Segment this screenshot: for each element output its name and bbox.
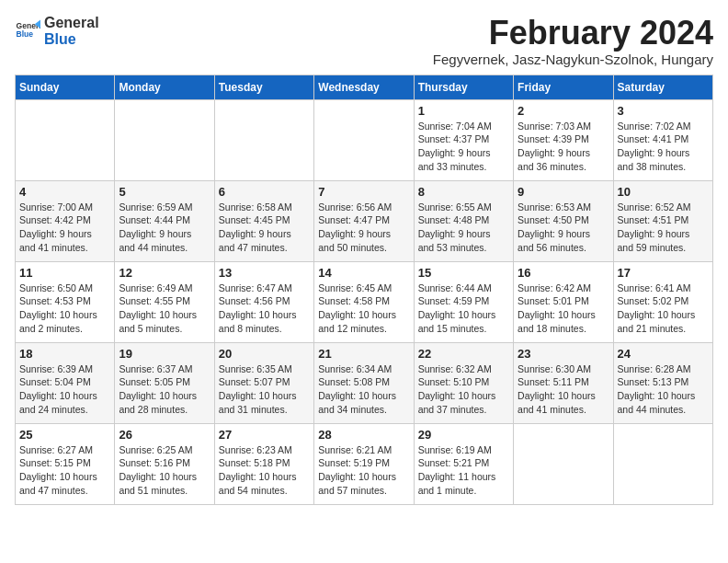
- day-info: Sunrise: 6:35 AM Sunset: 5:07 PM Dayligh…: [219, 362, 310, 417]
- day-number: 9: [518, 185, 609, 199]
- day-number: 22: [418, 347, 509, 361]
- day-info: Sunrise: 6:34 AM Sunset: 5:08 PM Dayligh…: [318, 362, 409, 417]
- weekday-header-wednesday: Wednesday: [314, 75, 414, 99]
- day-number: 1: [418, 104, 509, 118]
- day-info: Sunrise: 6:42 AM Sunset: 5:01 PM Dayligh…: [518, 282, 609, 336]
- week-row-2: 4Sunrise: 7:00 AM Sunset: 4:42 PM Daylig…: [16, 180, 713, 261]
- day-number: 7: [318, 185, 409, 199]
- day-info: Sunrise: 6:39 AM Sunset: 5:04 PM Dayligh…: [19, 362, 110, 417]
- day-info: Sunrise: 6:19 AM Sunset: 5:21 PM Dayligh…: [418, 443, 509, 498]
- day-info: Sunrise: 7:04 AM Sunset: 4:37 PM Dayligh…: [418, 120, 509, 174]
- day-number: 24: [618, 347, 709, 361]
- calendar-cell: 12Sunrise: 6:49 AM Sunset: 4:55 PM Dayli…: [115, 261, 214, 342]
- weekday-header-tuesday: Tuesday: [214, 75, 313, 99]
- day-number: 11: [19, 266, 110, 280]
- calendar-cell: 8Sunrise: 6:55 AM Sunset: 4:48 PM Daylig…: [414, 180, 513, 261]
- weekday-header-monday: Monday: [115, 75, 214, 99]
- day-number: 28: [318, 428, 409, 442]
- day-info: Sunrise: 6:25 AM Sunset: 5:16 PM Dayligh…: [119, 443, 210, 498]
- calendar-cell: [613, 423, 712, 504]
- weekday-header-saturday: Saturday: [613, 75, 712, 99]
- day-number: 19: [119, 347, 210, 361]
- calendar-cell: 27Sunrise: 6:23 AM Sunset: 5:18 PM Dayli…: [214, 423, 313, 504]
- day-number: 6: [219, 185, 310, 199]
- day-number: 21: [318, 347, 409, 361]
- day-info: Sunrise: 6:45 AM Sunset: 4:58 PM Dayligh…: [318, 282, 409, 336]
- calendar-cell: 6Sunrise: 6:58 AM Sunset: 4:45 PM Daylig…: [214, 180, 313, 261]
- day-info: Sunrise: 6:56 AM Sunset: 4:47 PM Dayligh…: [318, 201, 409, 255]
- day-info: Sunrise: 6:27 AM Sunset: 5:15 PM Dayligh…: [19, 443, 110, 498]
- day-info: Sunrise: 6:47 AM Sunset: 4:56 PM Dayligh…: [219, 282, 310, 336]
- calendar-cell: [314, 99, 414, 180]
- header: General Blue General Blue February 2024 …: [15, 15, 713, 67]
- day-info: Sunrise: 6:50 AM Sunset: 4:53 PM Dayligh…: [19, 282, 110, 336]
- day-info: Sunrise: 6:21 AM Sunset: 5:19 PM Dayligh…: [318, 443, 409, 498]
- day-info: Sunrise: 6:53 AM Sunset: 4:50 PM Dayligh…: [518, 201, 609, 255]
- day-number: 14: [318, 266, 409, 280]
- calendar-cell: 22Sunrise: 6:32 AM Sunset: 5:10 PM Dayli…: [414, 342, 513, 423]
- logo-general: General: [44, 15, 99, 31]
- day-info: Sunrise: 6:52 AM Sunset: 4:51 PM Dayligh…: [618, 201, 709, 255]
- svg-text:Blue: Blue: [17, 29, 34, 39]
- day-number: 25: [19, 428, 110, 442]
- weekday-header-thursday: Thursday: [414, 75, 513, 99]
- day-number: 12: [119, 266, 210, 280]
- day-info: Sunrise: 6:55 AM Sunset: 4:48 PM Dayligh…: [418, 201, 509, 255]
- calendar-cell: 11Sunrise: 6:50 AM Sunset: 4:53 PM Dayli…: [16, 261, 115, 342]
- calendar-table: SundayMondayTuesdayWednesdayThursdayFrid…: [15, 75, 713, 505]
- calendar-cell: 17Sunrise: 6:41 AM Sunset: 5:02 PM Dayli…: [613, 261, 712, 342]
- day-number: 13: [219, 266, 310, 280]
- day-number: 16: [518, 266, 609, 280]
- calendar-cell: 15Sunrise: 6:44 AM Sunset: 4:59 PM Dayli…: [414, 261, 513, 342]
- day-number: 5: [119, 185, 210, 199]
- day-info: Sunrise: 6:37 AM Sunset: 5:05 PM Dayligh…: [119, 362, 210, 417]
- calendar-cell: 3Sunrise: 7:02 AM Sunset: 4:41 PM Daylig…: [613, 99, 712, 180]
- day-info: Sunrise: 6:49 AM Sunset: 4:55 PM Dayligh…: [119, 282, 210, 336]
- day-info: Sunrise: 6:30 AM Sunset: 5:11 PM Dayligh…: [518, 362, 609, 417]
- calendar-cell: 16Sunrise: 6:42 AM Sunset: 5:01 PM Dayli…: [514, 261, 613, 342]
- day-number: 20: [219, 347, 310, 361]
- day-number: 2: [518, 104, 609, 118]
- calendar-cell: 25Sunrise: 6:27 AM Sunset: 5:15 PM Dayli…: [16, 423, 115, 504]
- day-info: Sunrise: 7:03 AM Sunset: 4:39 PM Dayligh…: [518, 120, 609, 174]
- day-number: 18: [19, 347, 110, 361]
- day-info: Sunrise: 7:02 AM Sunset: 4:41 PM Dayligh…: [618, 120, 709, 174]
- week-row-3: 11Sunrise: 6:50 AM Sunset: 4:53 PM Dayli…: [16, 261, 713, 342]
- calendar-cell: [514, 423, 613, 504]
- calendar-cell: 4Sunrise: 7:00 AM Sunset: 4:42 PM Daylig…: [16, 180, 115, 261]
- calendar-cell: 26Sunrise: 6:25 AM Sunset: 5:16 PM Dayli…: [115, 423, 214, 504]
- weekday-header-row: SundayMondayTuesdayWednesdayThursdayFrid…: [16, 75, 713, 99]
- day-info: Sunrise: 6:23 AM Sunset: 5:18 PM Dayligh…: [219, 443, 310, 498]
- calendar-cell: 20Sunrise: 6:35 AM Sunset: 5:07 PM Dayli…: [214, 342, 313, 423]
- logo: General Blue General Blue: [15, 15, 99, 48]
- calendar-cell: 24Sunrise: 6:28 AM Sunset: 5:13 PM Dayli…: [613, 342, 712, 423]
- calendar-cell: 10Sunrise: 6:52 AM Sunset: 4:51 PM Dayli…: [613, 180, 712, 261]
- day-number: 23: [518, 347, 609, 361]
- calendar-subtitle: Fegyvernek, Jasz-Nagykun-Szolnok, Hungar…: [433, 52, 713, 67]
- calendar-cell: [214, 99, 313, 180]
- calendar-cell: 1Sunrise: 7:04 AM Sunset: 4:37 PM Daylig…: [414, 99, 513, 180]
- week-row-5: 25Sunrise: 6:27 AM Sunset: 5:15 PM Dayli…: [16, 423, 713, 504]
- calendar-cell: 7Sunrise: 6:56 AM Sunset: 4:47 PM Daylig…: [314, 180, 414, 261]
- calendar-cell: [16, 99, 115, 180]
- calendar-title: February 2024: [433, 15, 713, 52]
- logo-blue: Blue: [44, 31, 99, 48]
- day-number: 4: [19, 185, 110, 199]
- day-number: 29: [418, 428, 509, 442]
- calendar-cell: 5Sunrise: 6:59 AM Sunset: 4:44 PM Daylig…: [115, 180, 214, 261]
- calendar-cell: 14Sunrise: 6:45 AM Sunset: 4:58 PM Dayli…: [314, 261, 414, 342]
- day-number: 26: [119, 428, 210, 442]
- weekday-header-friday: Friday: [514, 75, 613, 99]
- day-number: 27: [219, 428, 310, 442]
- title-area: February 2024 Fegyvernek, Jasz-Nagykun-S…: [433, 15, 713, 67]
- weekday-header-sunday: Sunday: [16, 75, 115, 99]
- week-row-1: 1Sunrise: 7:04 AM Sunset: 4:37 PM Daylig…: [16, 99, 713, 180]
- calendar-cell: 13Sunrise: 6:47 AM Sunset: 4:56 PM Dayli…: [214, 261, 313, 342]
- day-info: Sunrise: 6:44 AM Sunset: 4:59 PM Dayligh…: [418, 282, 509, 336]
- calendar-cell: 18Sunrise: 6:39 AM Sunset: 5:04 PM Dayli…: [16, 342, 115, 423]
- day-info: Sunrise: 6:28 AM Sunset: 5:13 PM Dayligh…: [618, 362, 709, 417]
- day-number: 10: [618, 185, 709, 199]
- calendar-cell: 19Sunrise: 6:37 AM Sunset: 5:05 PM Dayli…: [115, 342, 214, 423]
- day-info: Sunrise: 7:00 AM Sunset: 4:42 PM Dayligh…: [19, 201, 110, 255]
- calendar-cell: 9Sunrise: 6:53 AM Sunset: 4:50 PM Daylig…: [514, 180, 613, 261]
